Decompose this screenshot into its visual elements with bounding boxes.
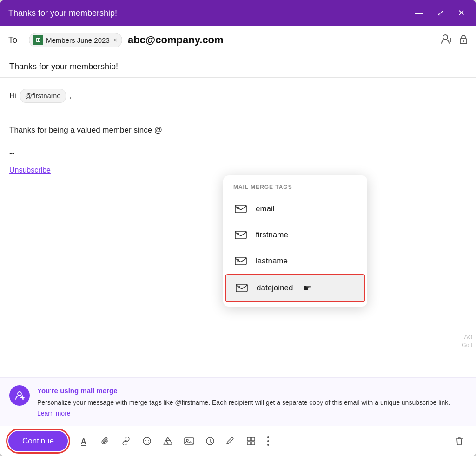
subject-text: Thanks for your membership! bbox=[9, 62, 118, 71]
window-title: Thanks for your membership! bbox=[8, 8, 412, 18]
svg-point-20 bbox=[148, 440, 149, 441]
mail-merge-dropdown: MAIL MERGE TAGS email bbox=[223, 175, 367, 307]
thanks-text: Thanks for being a valued member since @ bbox=[9, 126, 162, 134]
subject-row: Thanks for your membership! bbox=[0, 54, 476, 78]
info-text-block: You're using mail merge Personalize your… bbox=[37, 385, 467, 418]
title-bar: Thanks for your membership! — ⤢ ✕ bbox=[0, 0, 476, 26]
svg-rect-25 bbox=[251, 437, 255, 441]
lock-icon[interactable] bbox=[459, 34, 468, 47]
clock-icon[interactable] bbox=[202, 434, 218, 449]
firstname-merge-icon bbox=[233, 228, 248, 242]
svg-point-4 bbox=[463, 40, 464, 42]
dash-text: -- bbox=[9, 148, 14, 157]
toolbar: Continue A bbox=[0, 426, 476, 456]
merge-dropdown-title: MAIL MERGE TAGS bbox=[223, 184, 367, 196]
side-hint-line1: Act bbox=[462, 333, 472, 341]
delete-icon[interactable] bbox=[451, 433, 468, 449]
side-hint: Act Go t bbox=[462, 333, 472, 349]
greeting-hi: Hi bbox=[9, 91, 17, 100]
greeting-line: Hi @firstname , bbox=[9, 89, 467, 103]
text-format-icon[interactable]: A bbox=[76, 434, 93, 449]
add-contact-icon[interactable] bbox=[441, 34, 453, 47]
merge-item-lastname[interactable]: lastname bbox=[223, 248, 367, 274]
minimize-button[interactable]: — bbox=[412, 8, 426, 18]
learn-more-link[interactable]: Learn more bbox=[37, 409, 71, 417]
to-actions bbox=[441, 34, 468, 47]
merge-datejoined-label: datejoined bbox=[257, 283, 293, 293]
pen-icon[interactable] bbox=[222, 434, 239, 449]
to-label: To bbox=[8, 35, 21, 45]
maximize-button[interactable]: ⤢ bbox=[434, 8, 447, 18]
merge-lastname-label: lastname bbox=[256, 256, 288, 266]
merge-item-firstname[interactable]: firstname bbox=[223, 222, 367, 248]
merge-item-email[interactable]: email bbox=[223, 196, 367, 222]
greeting-comma: , bbox=[69, 91, 71, 100]
svg-point-22 bbox=[186, 439, 188, 441]
compose-window: Thanks for your membership! — ⤢ ✕ To ⊞ M… bbox=[0, 0, 476, 456]
svg-rect-26 bbox=[247, 442, 251, 445]
recipient-tag[interactable]: ⊞ Members June 2023 × bbox=[29, 33, 122, 47]
tag-remove-button[interactable]: × bbox=[113, 36, 117, 44]
layout-icon[interactable] bbox=[243, 434, 259, 449]
merge-email-label: email bbox=[256, 204, 275, 214]
close-button[interactable]: ✕ bbox=[455, 8, 468, 18]
dash-line: -- bbox=[9, 147, 467, 160]
to-email: abc@company.com bbox=[128, 34, 435, 46]
tag-name: Members June 2023 bbox=[46, 36, 110, 44]
info-title: You're using mail merge bbox=[37, 385, 467, 396]
svg-point-0 bbox=[443, 35, 448, 40]
merge-firstname-label: firstname bbox=[256, 230, 288, 240]
info-icon-circle bbox=[9, 385, 30, 406]
body-empty-line bbox=[9, 107, 467, 120]
svg-text:A: A bbox=[81, 437, 86, 445]
more-icon[interactable] bbox=[263, 433, 273, 449]
body-area[interactable]: Hi @firstname , Thanks for being a value… bbox=[0, 78, 476, 377]
svg-point-13 bbox=[18, 392, 21, 396]
email-merge-icon bbox=[233, 201, 248, 216]
firstname-merge-tag[interactable]: @firstname bbox=[20, 89, 66, 103]
svg-point-30 bbox=[267, 444, 269, 446]
window-controls: — ⤢ ✕ bbox=[412, 8, 468, 18]
info-bar: You're using mail merge Personalize your… bbox=[0, 377, 476, 426]
unsubscribe-link[interactable]: Unsubscribe bbox=[9, 166, 51, 174]
svg-rect-27 bbox=[251, 442, 255, 445]
attachment-icon[interactable] bbox=[97, 434, 113, 449]
drive-icon[interactable] bbox=[159, 434, 177, 449]
svg-rect-24 bbox=[247, 437, 251, 441]
side-hint-line2: Go t bbox=[462, 341, 472, 349]
thanks-line: Thanks for being a valued member since @ bbox=[9, 124, 467, 137]
svg-point-28 bbox=[267, 436, 269, 438]
datejoined-merge-icon bbox=[234, 281, 249, 295]
emoji-icon[interactable] bbox=[139, 434, 155, 449]
merge-item-datejoined[interactable]: datejoined ☛ bbox=[225, 274, 365, 302]
to-row: To ⊞ Members June 2023 × abc@company.com bbox=[0, 26, 476, 54]
link-icon[interactable] bbox=[117, 434, 135, 448]
tag-group-icon: ⊞ bbox=[33, 35, 43, 45]
cursor-pointer: ☛ bbox=[303, 282, 311, 294]
svg-point-19 bbox=[145, 440, 146, 441]
svg-point-29 bbox=[267, 440, 269, 442]
photo-icon[interactable] bbox=[180, 434, 198, 448]
lastname-merge-icon bbox=[233, 254, 248, 268]
continue-button[interactable]: Continue bbox=[8, 431, 68, 451]
svg-rect-21 bbox=[185, 438, 194, 444]
info-description: Personalize your message with merge tags… bbox=[37, 399, 450, 406]
svg-point-18 bbox=[143, 437, 151, 445]
